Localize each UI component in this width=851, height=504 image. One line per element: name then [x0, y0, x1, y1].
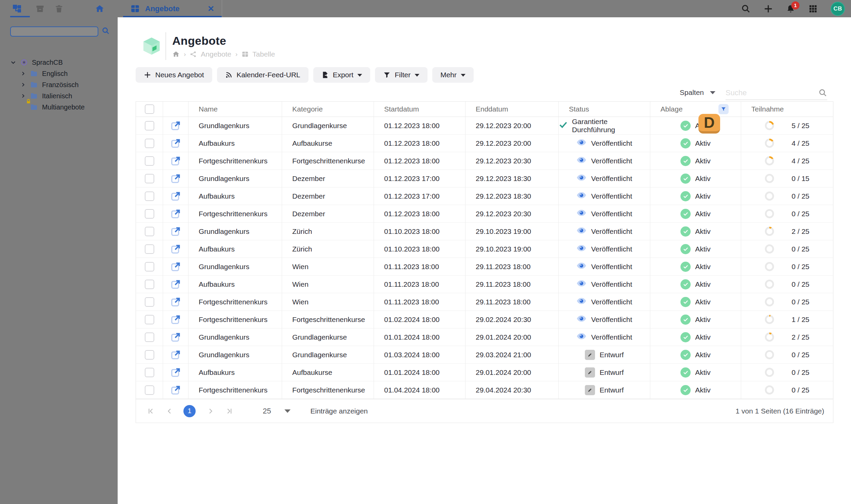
open-record-icon[interactable]	[170, 349, 181, 360]
header-startdatum[interactable]: Startdatum	[374, 102, 465, 117]
header-teilnahme[interactable]: Teilnahme	[741, 102, 833, 117]
tree-item-root[interactable]: SprachCB	[10, 57, 63, 68]
select-all-checkbox[interactable]	[145, 104, 154, 114]
row-checkbox[interactable]	[145, 297, 154, 307]
row-checkbox[interactable]	[145, 209, 154, 219]
tree-item-label: Multiangebote	[42, 103, 85, 111]
more-button[interactable]: Mehr	[432, 67, 474, 83]
current-page-button[interactable]: 1	[183, 405, 196, 417]
row-checkbox[interactable]	[145, 192, 154, 201]
global-search-icon[interactable]	[741, 4, 751, 14]
row-checkbox[interactable]	[145, 368, 154, 377]
prev-page-icon[interactable]	[166, 408, 173, 415]
chevron-right-icon[interactable]	[20, 82, 26, 87]
export-button[interactable]: Export	[313, 67, 371, 83]
archive-icon[interactable]	[35, 4, 45, 14]
first-page-icon[interactable]	[147, 408, 155, 415]
sidebar-search-input[interactable]	[10, 26, 98, 37]
table-row[interactable]: Fortgeschrittenenkurs Wien 01.11.2023 18…	[136, 293, 833, 311]
row-checkbox[interactable]	[145, 227, 154, 236]
active-check-icon	[680, 227, 691, 237]
table-search-input[interactable]	[726, 86, 812, 99]
page-size-value[interactable]: 25	[263, 407, 271, 416]
open-record-icon[interactable]	[170, 332, 181, 343]
row-checkbox[interactable]	[145, 262, 154, 271]
row-checkbox[interactable]	[145, 280, 154, 289]
new-offer-button[interactable]: Neues Angebot	[136, 67, 212, 83]
calendar-feed-url-button[interactable]: Kalender-Feed-URL	[217, 67, 308, 83]
tree-item-franzoesisch[interactable]: Französisch	[20, 79, 79, 90]
row-checkbox[interactable]	[145, 121, 154, 130]
add-icon[interactable]	[764, 4, 773, 14]
open-record-icon[interactable]	[170, 120, 181, 131]
notifications-bell[interactable]: 1	[786, 4, 795, 14]
row-checkbox[interactable]	[145, 139, 154, 148]
table-row[interactable]: Fortgeschrittenenkurs Fortgeschrittenenk…	[136, 381, 833, 399]
table-row[interactable]: Grundlagenkurs Wien 01.11.2023 18:00 29.…	[136, 258, 833, 275]
apps-grid-icon[interactable]	[808, 4, 818, 14]
table-search-icon[interactable]	[818, 88, 827, 97]
page-size-caret-icon[interactable]	[284, 410, 290, 413]
open-record-icon[interactable]	[170, 296, 181, 307]
table-row[interactable]: Fortgeschrittenenkurs Fortgeschrittenenk…	[136, 311, 833, 328]
home-icon[interactable]	[95, 4, 104, 14]
open-record-icon[interactable]	[170, 261, 181, 272]
open-record-icon[interactable]	[170, 367, 181, 378]
open-record-icon[interactable]	[170, 173, 181, 184]
open-record-icon[interactable]	[170, 279, 181, 290]
next-page-icon[interactable]	[207, 408, 214, 415]
chevron-down-icon[interactable]	[10, 59, 16, 66]
columns-dropdown[interactable]: Spalten	[680, 88, 715, 96]
tree-view-icon[interactable]	[12, 4, 22, 14]
open-record-icon[interactable]	[170, 191, 181, 202]
home-breadcrumb-icon[interactable]	[172, 51, 180, 58]
tab-close-icon[interactable]: ✕	[208, 4, 214, 14]
tab-angebote[interactable]: Angebote ✕	[123, 0, 222, 17]
table-row[interactable]: Fortgeschrittenenkurs Fortgeschrittenenk…	[136, 152, 833, 170]
table-row[interactable]: Aufbaukurs Wien 01.11.2023 18:00 29.11.2…	[136, 275, 833, 293]
open-record-icon[interactable]	[170, 226, 181, 237]
table-row[interactable]: Grundlagenkurs Grundlagenkurse 01.03.202…	[136, 346, 833, 364]
trash-icon[interactable]	[54, 4, 64, 14]
open-record-icon[interactable]	[170, 314, 181, 325]
table-row[interactable]: Aufbaukurs Zürich 01.10.2023 18:00 29.10…	[136, 240, 833, 258]
table-row[interactable]: Aufbaukurs Aufbaukurse 01.12.2023 18:00 …	[136, 134, 833, 152]
cell-teilnahme: 0 / 15	[741, 170, 833, 187]
header-name[interactable]: Name	[189, 102, 282, 117]
open-record-icon[interactable]	[170, 209, 181, 219]
header-status[interactable]: Status	[559, 102, 650, 117]
active-check-icon	[680, 332, 691, 342]
table-row[interactable]: Grundlagenkurs Grundlagenkurse 01.01.202…	[136, 328, 833, 346]
table-row[interactable]: Aufbaukurs Dezember 01.12.2023 17:00 29.…	[136, 187, 833, 205]
column-filter-active-icon[interactable]	[719, 104, 729, 114]
row-checkbox[interactable]	[145, 156, 154, 166]
sidebar-search-icon[interactable]	[102, 27, 110, 35]
filter-button[interactable]: Filter	[375, 67, 427, 83]
last-page-icon[interactable]	[226, 408, 233, 415]
header-ablage[interactable]: Ablage	[650, 102, 741, 117]
header-enddatum[interactable]: Enddatum	[465, 102, 559, 117]
row-checkbox[interactable]	[145, 332, 154, 342]
table-row[interactable]: Grundlagenkurs Zürich 01.10.2023 18:00 2…	[136, 223, 833, 240]
tree-item-multiangebote[interactable]: Multiangebote	[30, 101, 85, 113]
table-row[interactable]: Grundlagenkurs Dezember 01.12.2023 17:00…	[136, 170, 833, 187]
cell-status: Veröffentlicht	[559, 275, 650, 293]
row-checkbox[interactable]	[145, 350, 154, 360]
user-avatar[interactable]: CB	[831, 2, 845, 16]
table-row[interactable]: Aufbaukurs Aufbaukurse 01.01.2024 18:00 …	[136, 364, 833, 381]
breadcrumb-item[interactable]: Angebote	[201, 50, 231, 58]
open-record-icon[interactable]	[170, 244, 181, 254]
row-checkbox[interactable]	[145, 174, 154, 183]
header-kategorie[interactable]: Kategorie	[282, 102, 374, 117]
row-checkbox[interactable]	[145, 315, 154, 324]
tree-item-englisch[interactable]: Englisch	[20, 68, 68, 79]
table-row[interactable]: Grundlagenkurs Grundlagenkurse 01.12.202…	[136, 117, 833, 134]
chevron-right-icon[interactable]	[20, 71, 26, 76]
row-checkbox[interactable]	[145, 385, 154, 395]
chevron-right-icon[interactable]	[20, 93, 26, 98]
open-record-icon[interactable]	[170, 156, 181, 166]
open-record-icon[interactable]	[170, 385, 181, 396]
table-row[interactable]: Fortgeschrittenenkurs Dezember 01.12.202…	[136, 205, 833, 223]
row-checkbox[interactable]	[145, 245, 154, 254]
open-record-icon[interactable]	[170, 138, 181, 149]
